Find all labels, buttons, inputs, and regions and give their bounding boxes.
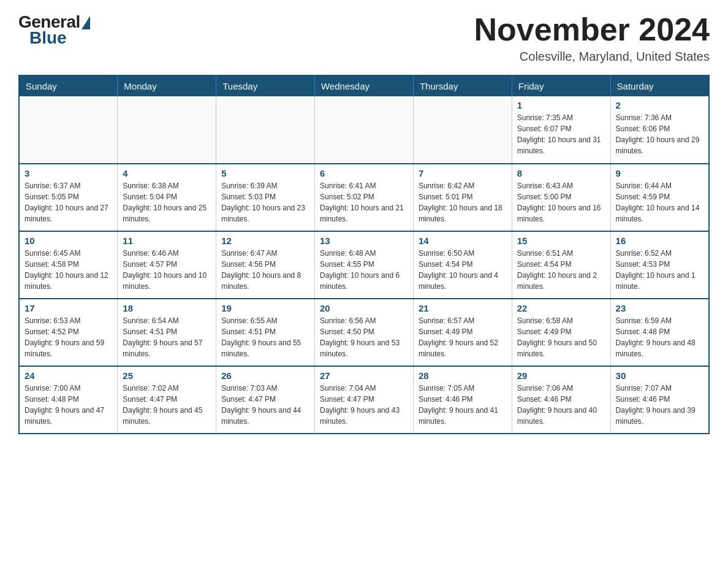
calendar-cell: 27Sunrise: 7:04 AM Sunset: 4:47 PM Dayli…	[315, 366, 414, 434]
day-info: Sunrise: 7:02 AM Sunset: 4:47 PM Dayligh…	[123, 383, 211, 427]
day-info: Sunrise: 6:43 AM Sunset: 5:00 PM Dayligh…	[517, 180, 605, 224]
day-number: 8	[517, 168, 605, 178]
day-number: 5	[221, 168, 309, 178]
day-info: Sunrise: 7:03 AM Sunset: 4:47 PM Dayligh…	[221, 383, 309, 427]
logo-blue-text: Blue	[29, 28, 67, 48]
day-info: Sunrise: 6:48 AM Sunset: 4:55 PM Dayligh…	[320, 248, 408, 292]
day-number: 6	[320, 168, 408, 178]
calendar-cell: 5Sunrise: 6:39 AM Sunset: 5:03 PM Daylig…	[216, 164, 315, 231]
calendar-cell	[413, 96, 512, 164]
day-number: 22	[517, 303, 605, 313]
day-number: 3	[25, 168, 112, 178]
day-number: 7	[419, 168, 507, 178]
calendar-header-tuesday: Tuesday	[216, 75, 315, 96]
logo-arrow-icon	[82, 16, 90, 29]
day-number: 20	[320, 303, 408, 313]
calendar-header-friday: Friday	[512, 75, 610, 96]
day-number: 23	[616, 303, 703, 313]
day-info: Sunrise: 6:47 AM Sunset: 4:56 PM Dayligh…	[221, 248, 309, 292]
day-info: Sunrise: 6:54 AM Sunset: 4:51 PM Dayligh…	[123, 315, 211, 359]
day-number: 10	[25, 236, 112, 246]
day-info: Sunrise: 6:42 AM Sunset: 5:01 PM Dayligh…	[419, 180, 507, 224]
calendar-cell: 29Sunrise: 7:06 AM Sunset: 4:46 PM Dayli…	[512, 366, 610, 434]
day-number: 26	[221, 370, 309, 381]
calendar-cell: 28Sunrise: 7:05 AM Sunset: 4:46 PM Dayli…	[413, 366, 512, 434]
calendar-cell: 30Sunrise: 7:07 AM Sunset: 4:46 PM Dayli…	[610, 366, 709, 434]
calendar-cell: 12Sunrise: 6:47 AM Sunset: 4:56 PM Dayli…	[216, 231, 315, 299]
day-number: 25	[123, 370, 211, 381]
calendar-header-wednesday: Wednesday	[315, 75, 414, 96]
calendar-cell: 8Sunrise: 6:43 AM Sunset: 5:00 PM Daylig…	[512, 164, 610, 231]
calendar-cell	[19, 96, 118, 164]
calendar-cell: 26Sunrise: 7:03 AM Sunset: 4:47 PM Dayli…	[216, 366, 315, 434]
calendar-week-row: 24Sunrise: 7:00 AM Sunset: 4:48 PM Dayli…	[19, 366, 709, 434]
day-info: Sunrise: 6:38 AM Sunset: 5:04 PM Dayligh…	[123, 180, 211, 224]
day-info: Sunrise: 6:51 AM Sunset: 4:54 PM Dayligh…	[517, 248, 605, 292]
calendar-cell: 11Sunrise: 6:46 AM Sunset: 4:57 PM Dayli…	[118, 231, 216, 299]
calendar-cell: 3Sunrise: 6:37 AM Sunset: 5:05 PM Daylig…	[19, 164, 118, 231]
day-info: Sunrise: 6:37 AM Sunset: 5:05 PM Dayligh…	[25, 180, 112, 224]
day-number: 17	[25, 303, 112, 313]
day-info: Sunrise: 7:35 AM Sunset: 6:07 PM Dayligh…	[517, 112, 605, 156]
calendar-cell: 21Sunrise: 6:57 AM Sunset: 4:49 PM Dayli…	[413, 299, 512, 366]
calendar-cell: 14Sunrise: 6:50 AM Sunset: 4:54 PM Dayli…	[413, 231, 512, 299]
day-info: Sunrise: 7:07 AM Sunset: 4:46 PM Dayligh…	[616, 383, 703, 427]
day-info: Sunrise: 6:59 AM Sunset: 4:48 PM Dayligh…	[616, 315, 703, 359]
calendar-header-saturday: Saturday	[610, 75, 709, 96]
day-number: 11	[123, 236, 211, 246]
day-info: Sunrise: 7:36 AM Sunset: 6:06 PM Dayligh…	[616, 112, 703, 156]
calendar-cell: 19Sunrise: 6:55 AM Sunset: 4:51 PM Dayli…	[216, 299, 315, 366]
calendar-header-row: SundayMondayTuesdayWednesdayThursdayFrid…	[19, 75, 709, 96]
day-info: Sunrise: 6:39 AM Sunset: 5:03 PM Dayligh…	[221, 180, 309, 224]
calendar-cell: 20Sunrise: 6:56 AM Sunset: 4:50 PM Dayli…	[315, 299, 414, 366]
day-info: Sunrise: 7:06 AM Sunset: 4:46 PM Dayligh…	[517, 383, 605, 427]
calendar-cell: 25Sunrise: 7:02 AM Sunset: 4:47 PM Dayli…	[118, 366, 216, 434]
calendar-cell: 13Sunrise: 6:48 AM Sunset: 4:55 PM Dayli…	[315, 231, 414, 299]
day-number: 24	[25, 370, 112, 381]
calendar-cell: 7Sunrise: 6:42 AM Sunset: 5:01 PM Daylig…	[413, 164, 512, 231]
calendar-week-row: 1Sunrise: 7:35 AM Sunset: 6:07 PM Daylig…	[19, 96, 709, 164]
calendar-header-sunday: Sunday	[19, 75, 118, 96]
day-number: 9	[616, 168, 703, 178]
calendar-cell: 4Sunrise: 6:38 AM Sunset: 5:04 PM Daylig…	[118, 164, 216, 231]
day-number: 29	[517, 370, 605, 381]
day-number: 15	[517, 236, 605, 246]
calendar-cell: 18Sunrise: 6:54 AM Sunset: 4:51 PM Dayli…	[118, 299, 216, 366]
day-number: 30	[616, 370, 703, 381]
day-number: 28	[419, 370, 507, 381]
day-info: Sunrise: 7:00 AM Sunset: 4:48 PM Dayligh…	[25, 383, 112, 427]
day-info: Sunrise: 6:46 AM Sunset: 4:57 PM Dayligh…	[123, 248, 211, 292]
day-number: 13	[320, 236, 408, 246]
calendar-week-row: 17Sunrise: 6:53 AM Sunset: 4:52 PM Dayli…	[19, 299, 709, 366]
day-info: Sunrise: 6:56 AM Sunset: 4:50 PM Dayligh…	[320, 315, 408, 359]
calendar-header-thursday: Thursday	[413, 75, 512, 96]
calendar-cell: 22Sunrise: 6:58 AM Sunset: 4:49 PM Dayli…	[512, 299, 610, 366]
calendar-cell: 23Sunrise: 6:59 AM Sunset: 4:48 PM Dayli…	[610, 299, 709, 366]
title-area: November 2024 Colesville, Maryland, Unit…	[474, 12, 710, 64]
day-number: 27	[320, 370, 408, 381]
day-info: Sunrise: 6:55 AM Sunset: 4:51 PM Dayligh…	[221, 315, 309, 359]
day-number: 16	[616, 236, 703, 246]
calendar-cell: 16Sunrise: 6:52 AM Sunset: 4:53 PM Dayli…	[610, 231, 709, 299]
day-number: 2	[616, 100, 703, 110]
calendar-cell: 17Sunrise: 6:53 AM Sunset: 4:52 PM Dayli…	[19, 299, 118, 366]
day-number: 1	[517, 100, 605, 110]
calendar-table: SundayMondayTuesdayWednesdayThursdayFrid…	[18, 75, 710, 434]
day-info: Sunrise: 6:57 AM Sunset: 4:49 PM Dayligh…	[419, 315, 507, 359]
day-info: Sunrise: 7:04 AM Sunset: 4:47 PM Dayligh…	[320, 383, 408, 427]
calendar-cell: 2Sunrise: 7:36 AM Sunset: 6:06 PM Daylig…	[610, 96, 709, 164]
header: General Blue November 2024 Colesville, M…	[18, 12, 710, 64]
calendar-cell	[118, 96, 216, 164]
day-number: 12	[221, 236, 309, 246]
day-info: Sunrise: 6:58 AM Sunset: 4:49 PM Dayligh…	[517, 315, 605, 359]
calendar-cell: 9Sunrise: 6:44 AM Sunset: 4:59 PM Daylig…	[610, 164, 709, 231]
calendar-week-row: 3Sunrise: 6:37 AM Sunset: 5:05 PM Daylig…	[19, 164, 709, 231]
day-number: 21	[419, 303, 507, 313]
calendar-cell: 6Sunrise: 6:41 AM Sunset: 5:02 PM Daylig…	[315, 164, 414, 231]
day-info: Sunrise: 6:41 AM Sunset: 5:02 PM Dayligh…	[320, 180, 408, 224]
calendar-cell: 24Sunrise: 7:00 AM Sunset: 4:48 PM Dayli…	[19, 366, 118, 434]
calendar-cell: 15Sunrise: 6:51 AM Sunset: 4:54 PM Dayli…	[512, 231, 610, 299]
calendar-week-row: 10Sunrise: 6:45 AM Sunset: 4:58 PM Dayli…	[19, 231, 709, 299]
calendar-cell: 10Sunrise: 6:45 AM Sunset: 4:58 PM Dayli…	[19, 231, 118, 299]
day-info: Sunrise: 6:45 AM Sunset: 4:58 PM Dayligh…	[25, 248, 112, 292]
